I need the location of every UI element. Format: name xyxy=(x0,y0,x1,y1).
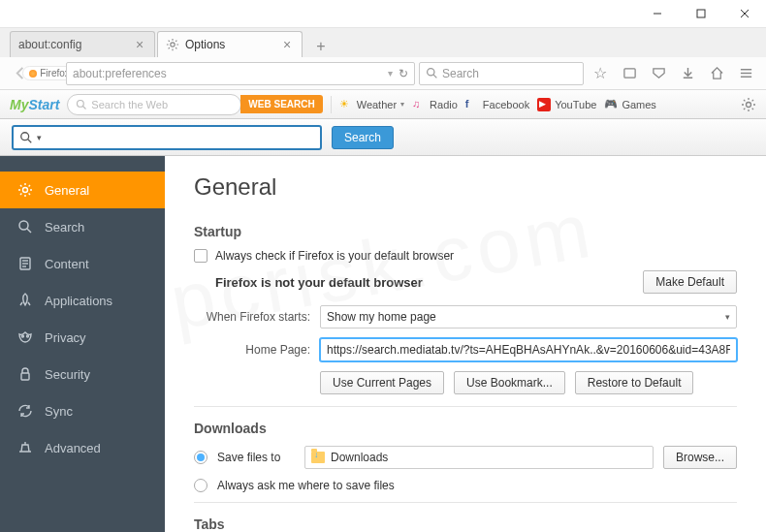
svg-rect-25 xyxy=(21,373,29,380)
sidebar-item-label: Advanced xyxy=(45,441,101,455)
mystart-radio-link[interactable]: ♫Radio xyxy=(412,98,458,111)
svg-line-12 xyxy=(83,106,86,109)
sidebar-item-label: Applications xyxy=(45,294,112,308)
use-current-pages-button[interactable]: Use Current Pages xyxy=(320,371,444,394)
hat-icon xyxy=(17,440,33,455)
divider xyxy=(194,502,737,503)
secondary-search-toolbar: ▾ Search xyxy=(0,119,766,156)
search-placeholder: Search xyxy=(442,67,479,80)
tab-label: Options xyxy=(185,38,225,51)
mystart-logo[interactable]: MyStart xyxy=(10,97,59,112)
pocket-save-button[interactable] xyxy=(646,61,671,86)
downloads-folder-field[interactable]: Downloads xyxy=(304,446,654,469)
mystart-youtube-link[interactable]: ▶YouTube xyxy=(537,98,596,111)
search-icon xyxy=(19,131,33,144)
close-icon[interactable]: × xyxy=(280,38,294,51)
svg-line-15 xyxy=(28,139,32,142)
chevron-down-icon: ▾ xyxy=(725,312,730,322)
lock-icon xyxy=(17,366,33,382)
sidebar-item-general[interactable]: General xyxy=(0,172,165,208)
mask-icon xyxy=(17,329,33,345)
mystart-weather-link[interactable]: ☀Weather▾ xyxy=(339,98,404,111)
pocket-button[interactable] xyxy=(617,61,642,86)
sidebar-item-security[interactable]: Security xyxy=(0,356,165,392)
search-input[interactable]: ▾ xyxy=(12,125,322,150)
svg-line-6 xyxy=(433,75,436,78)
window-minimize-button[interactable] xyxy=(635,0,679,28)
window-close-button[interactable] xyxy=(722,0,766,28)
search-icon xyxy=(76,99,87,110)
tabs-heading: Tabs xyxy=(194,516,737,532)
home-page-input[interactable] xyxy=(320,338,737,361)
gear-icon[interactable] xyxy=(741,97,756,112)
bookmarks-button[interactable]: ☆ xyxy=(588,61,613,86)
divider xyxy=(194,406,737,407)
refresh-button[interactable]: ↻ xyxy=(399,67,408,80)
svg-point-14 xyxy=(21,132,29,140)
sidebar-item-label: Privacy xyxy=(45,330,86,345)
sidebar-item-search[interactable]: Search xyxy=(0,208,165,245)
mystart-search-input[interactable]: Search the Web xyxy=(67,94,241,115)
dropdown-icon[interactable]: ▾ xyxy=(388,68,393,78)
tab-about-config[interactable]: about:config × xyxy=(10,31,155,57)
always-ask-radio[interactable] xyxy=(194,479,207,492)
home-button[interactable] xyxy=(704,61,729,86)
url-text: about:preferences xyxy=(73,67,388,80)
chevron-down-icon[interactable]: ▾ xyxy=(37,133,42,142)
window-titlebar xyxy=(0,0,766,28)
separator xyxy=(331,96,332,113)
folder-name: Downloads xyxy=(331,451,388,464)
url-bar[interactable]: about:preferences ▾ ↻ xyxy=(66,62,415,85)
svg-point-23 xyxy=(22,335,24,337)
window-maximize-button[interactable] xyxy=(679,0,722,28)
firefox-icon xyxy=(29,70,37,78)
browser-tab-bar: about:config × Options × + xyxy=(0,28,766,57)
mystart-games-link[interactable]: 🎮Games xyxy=(604,98,655,111)
browse-button[interactable]: Browse... xyxy=(663,446,737,469)
svg-rect-7 xyxy=(623,69,634,78)
sidebar-item-label: Sync xyxy=(45,404,73,419)
use-bookmark-button[interactable]: Use Bookmark... xyxy=(454,371,565,394)
sidebar-item-privacy[interactable]: Privacy xyxy=(0,319,165,356)
document-icon xyxy=(17,256,33,271)
not-default-text: Firefox is not your default browser xyxy=(215,275,423,290)
always-ask-label: Always ask me where to save files xyxy=(217,479,395,492)
tab-label: about:config xyxy=(18,38,81,51)
mystart-search-placeholder: Search the Web xyxy=(91,99,168,110)
gear-icon xyxy=(166,38,179,51)
downloads-button[interactable] xyxy=(675,61,700,86)
sidebar-item-applications[interactable]: Applications xyxy=(0,282,165,319)
sidebar-item-content[interactable]: Content xyxy=(0,245,165,282)
folder-icon xyxy=(311,452,325,463)
svg-point-24 xyxy=(27,335,29,337)
mystart-toolbar: MyStart Search the Web WEB SEARCH ☀Weath… xyxy=(0,90,766,119)
web-search-button[interactable]: WEB SEARCH xyxy=(240,95,322,113)
svg-point-4 xyxy=(171,43,175,47)
restore-default-button[interactable]: Restore to Default xyxy=(575,371,694,394)
make-default-button[interactable]: Make Default xyxy=(643,270,737,294)
always-check-checkbox[interactable] xyxy=(194,249,207,263)
youtube-icon: ▶ xyxy=(537,98,551,111)
sidebar-item-label: Search xyxy=(45,220,84,235)
search-button[interactable]: Search xyxy=(332,126,394,149)
headphones-icon: ♫ xyxy=(412,98,426,111)
navbar-firefox-brand[interactable]: Firefox xyxy=(37,61,62,86)
home-page-label: Home Page: xyxy=(194,343,310,357)
close-icon[interactable]: × xyxy=(133,38,146,51)
mystart-facebook-link[interactable]: fFacebook xyxy=(465,98,529,111)
browser-search-box[interactable]: Search xyxy=(419,62,584,85)
when-starts-select[interactable]: Show my home page ▾ xyxy=(320,305,737,329)
sidebar-item-advanced[interactable]: Advanced xyxy=(0,429,165,466)
svg-point-11 xyxy=(78,100,84,107)
sidebar-item-sync[interactable]: Sync xyxy=(0,392,165,429)
select-value: Show my home page xyxy=(327,310,436,324)
preferences-panel: General Startup Always check if Firefox … xyxy=(165,156,766,532)
svg-point-17 xyxy=(19,221,28,230)
save-files-to-radio[interactable] xyxy=(194,451,207,464)
menu-button[interactable] xyxy=(733,61,758,86)
games-icon: 🎮 xyxy=(604,98,618,111)
preferences-sidebar: General Search Content Applications Priv… xyxy=(0,156,165,532)
svg-rect-1 xyxy=(697,10,705,17)
new-tab-button[interactable]: + xyxy=(308,36,334,57)
tab-options[interactable]: Options × xyxy=(157,31,303,57)
